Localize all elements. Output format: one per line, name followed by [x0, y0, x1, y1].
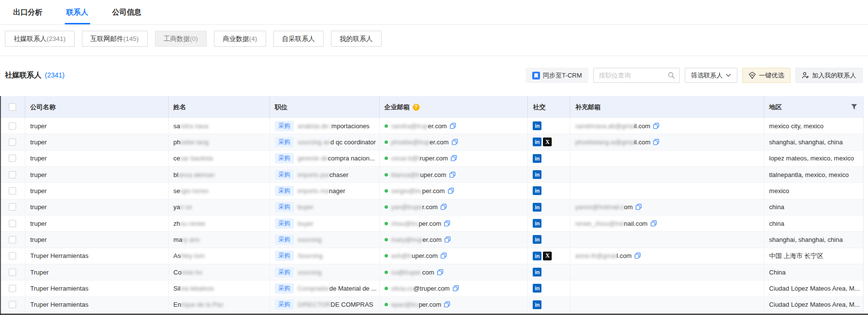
row-checkbox[interactable] [9, 220, 16, 227]
row-checkbox[interactable] [9, 138, 16, 146]
filter-internet-email[interactable]: 互联网邮件(145) [82, 31, 148, 47]
position-cell: 采购imports manager [270, 183, 380, 198]
copy-email-icon[interactable] [441, 204, 447, 210]
linkedin-icon[interactable]: in [533, 170, 541, 179]
help-icon[interactable]: ? [413, 104, 420, 111]
copy-email-icon[interactable] [451, 155, 457, 161]
linkedin-icon[interactable]: in [533, 252, 541, 260]
position-visible: nager [329, 187, 345, 195]
name-cell: sergio torres [169, 183, 270, 198]
linkedin-icon[interactable]: in [533, 203, 541, 212]
social-icons: in [533, 170, 541, 179]
copy-email-icon[interactable] [453, 285, 459, 292]
company-name: truper [30, 220, 47, 227]
row-checkbox[interactable] [9, 171, 16, 178]
region-filter-funnel-icon[interactable] [851, 104, 857, 110]
select-all-checkbox[interactable] [9, 103, 16, 111]
extra-email-cell: anne.th@gmail.com [570, 248, 764, 264]
one-click-optimize-button[interactable]: 一键优选 [742, 68, 791, 83]
region-text: china [769, 203, 784, 211]
name-redacted: n ce [180, 203, 193, 211]
company-email-cell: sandra@truper.com [380, 118, 528, 134]
row-checkbox[interactable] [9, 301, 16, 308]
copy-email-icon[interactable] [444, 236, 451, 243]
linkedin-icon[interactable]: in [533, 154, 541, 163]
name-visible: se [174, 187, 180, 195]
filter-my-contacts[interactable]: 我的联系人 [331, 31, 382, 47]
name-cell: mary ann [169, 232, 270, 247]
filter-social-media-contacts[interactable]: 社媒联系人(2341) [5, 31, 75, 47]
copy-email-icon[interactable] [444, 301, 450, 308]
region-cell: 中国 上海市 长宁区 [764, 248, 863, 264]
copy-email-icon[interactable] [449, 172, 456, 178]
x-twitter-icon[interactable]: X [543, 138, 552, 146]
row-checkbox[interactable] [9, 269, 16, 276]
email-visible: er.com [430, 138, 449, 146]
social-cell: in [528, 280, 570, 296]
table-row: Truper HerramientasEnrique de la Paz采购DI… [0, 297, 863, 313]
linkedin-icon[interactable]: in [533, 300, 541, 309]
chevron-down-icon [726, 74, 731, 77]
linkedin-icon[interactable]: in [533, 219, 541, 228]
copy-extra-email-icon[interactable] [651, 220, 657, 227]
region-text: china [769, 220, 784, 227]
company-cell: truper [25, 183, 169, 198]
position-redacted: buyer [298, 203, 314, 211]
tab-export-analysis[interactable]: 出口分析 [13, 0, 42, 24]
position-redacted: DIRECTOR [298, 301, 331, 308]
table-row: Truper HerramientasSilvia lebaleze采购Comp… [0, 280, 863, 296]
add-to-my-contacts-button[interactable]: 加入我的联系人 [795, 68, 863, 83]
copy-extra-email-icon[interactable] [635, 253, 641, 259]
row-checkbox[interactable] [9, 155, 16, 162]
filter-business-registry-data[interactable]: 工商数据(0) [155, 31, 207, 47]
filter-self-collected-contacts[interactable]: 自采联系人 [273, 31, 324, 47]
extra-email-visible: il.com [634, 122, 651, 130]
tab-contacts[interactable]: 联系人 [66, 0, 88, 24]
position-visible: d qc coordinator [330, 138, 376, 146]
linkedin-icon[interactable]: in [533, 186, 541, 195]
name-cell: sandra nava [169, 118, 270, 134]
position-search-box[interactable] [593, 68, 680, 83]
company-cell: truper [25, 232, 169, 247]
copy-extra-email-icon[interactable] [636, 204, 642, 210]
header-social: 社交 [528, 96, 570, 118]
copy-email-icon[interactable] [441, 253, 447, 259]
section-divider [0, 56, 868, 56]
linkedin-icon[interactable]: in [533, 138, 541, 146]
row-select-cell [0, 118, 25, 134]
copy-extra-email-icon[interactable] [653, 123, 659, 129]
row-checkbox[interactable] [9, 236, 16, 243]
table-row: trupersergio torres采购imports managerserg… [0, 183, 863, 199]
email-redacted: phoebe@trup [391, 138, 430, 146]
email-redacted: ash@tr [391, 252, 412, 259]
filter-contacts-dropdown[interactable]: 筛选联系人 [685, 68, 737, 83]
row-checkbox[interactable] [9, 203, 16, 211]
verified-dot-icon [385, 238, 388, 241]
copy-email-icon[interactable] [437, 269, 444, 276]
verified-dot-icon [385, 189, 388, 193]
region-cell: mexico city, mexico [764, 118, 863, 134]
search-icon[interactable] [668, 72, 675, 79]
position-search-input[interactable] [598, 71, 668, 79]
row-checkbox[interactable] [9, 122, 16, 130]
filter-commercial-data[interactable]: 商业数据(4) [214, 31, 266, 47]
copy-email-icon[interactable] [450, 123, 456, 129]
x-twitter-icon[interactable]: X [543, 252, 552, 260]
linkedin-icon[interactable]: in [533, 284, 541, 293]
tab-company-info[interactable]: 公司信息 [112, 0, 141, 24]
row-checkbox[interactable] [9, 285, 16, 292]
row-checkbox[interactable] [9, 187, 16, 195]
social-icons: inX [533, 252, 552, 260]
name-cell: zhou renee [169, 216, 270, 231]
linkedin-icon[interactable]: in [533, 268, 541, 276]
copy-email-icon[interactable] [444, 220, 450, 227]
linkedin-icon[interactable]: in [533, 121, 541, 130]
row-checkbox[interactable] [9, 252, 16, 259]
sync-to-tcrm-button[interactable]: 同步至T-CRM [526, 68, 588, 83]
linkedin-icon[interactable]: in [533, 235, 541, 244]
extra-email-cell [570, 280, 764, 296]
copy-email-icon[interactable] [452, 139, 458, 145]
copy-email-icon[interactable] [448, 188, 454, 194]
social-cell: in [528, 199, 570, 215]
copy-extra-email-icon[interactable] [653, 139, 659, 145]
